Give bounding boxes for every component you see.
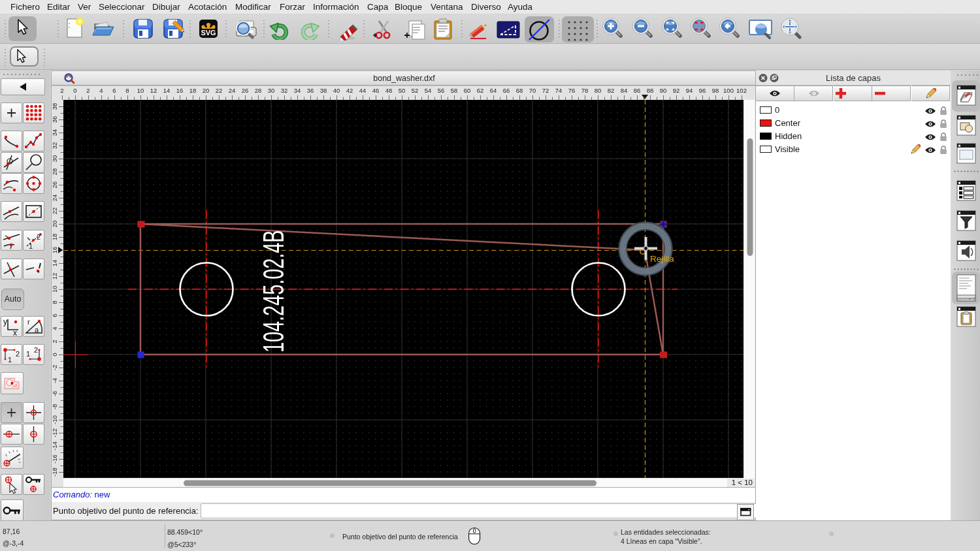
svg-text:1: 1	[8, 356, 12, 364]
svg-text:2: 2	[16, 350, 20, 358]
svg-text:SVG: SVG	[201, 29, 216, 37]
svg-text:1: 1	[26, 350, 30, 358]
svg-text:command: command	[958, 296, 975, 300]
svg-text:x: x	[13, 328, 17, 336]
svg-text:a: a	[35, 326, 39, 334]
svg-text:r: r	[27, 318, 30, 326]
svg-text:1: 1	[29, 242, 33, 250]
svg-text:2: 2	[34, 346, 38, 354]
svg-text:y: y	[3, 317, 7, 326]
